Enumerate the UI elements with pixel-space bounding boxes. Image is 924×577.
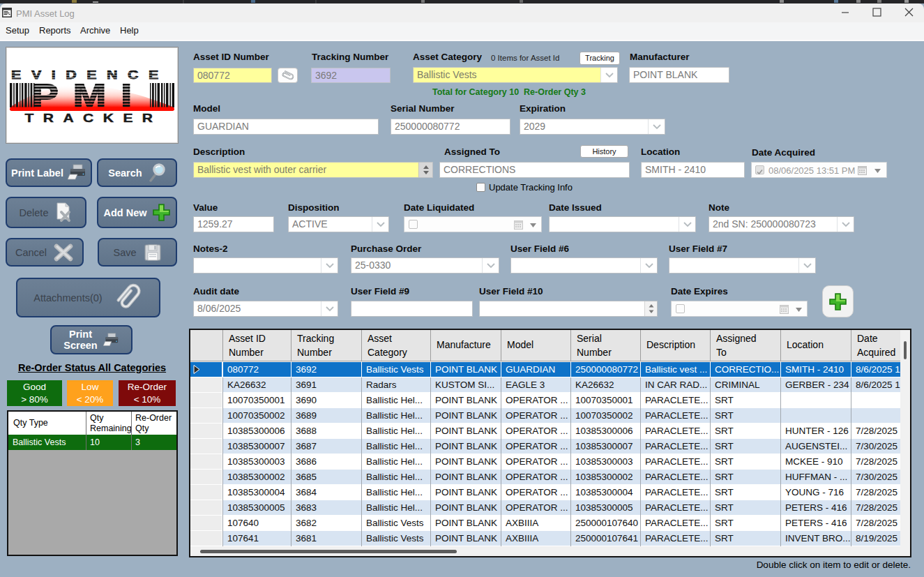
svg-text:TRACKER: TRACKER xyxy=(24,112,162,125)
